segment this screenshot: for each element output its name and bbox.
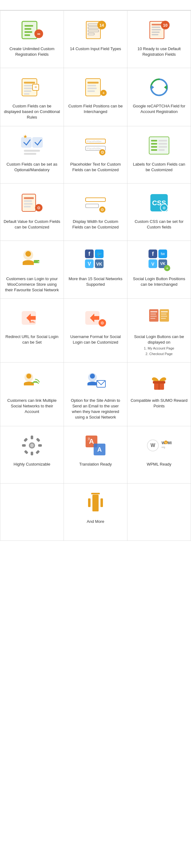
svg-point-116 — [90, 374, 95, 379]
svg-text:∞: ∞ — [37, 31, 40, 36]
feature-label-customizable: Highly Customizable — [13, 462, 51, 467]
feature-cell-and-more-2: And More — [64, 484, 128, 541]
svg-marker-39 — [164, 85, 167, 90]
link-multiple-icon — [20, 369, 44, 394]
svg-point-122 — [30, 443, 34, 447]
svg-rect-25 — [24, 85, 32, 86]
svg-text:®: ® — [165, 441, 167, 444]
svg-rect-112 — [161, 318, 166, 319]
svg-rect-57 — [159, 146, 167, 148]
feature-cell-wpml: W WPML org ® WPML Ready — [128, 426, 191, 484]
feature-label-unlimited-fields: Create Unlimited Custom Registration Fie… — [3, 46, 60, 57]
placeholder-text-icon: Placeholder... Placeholder... ⚙ — [83, 133, 108, 158]
svg-rect-56 — [151, 146, 157, 148]
unlimited-fields-icon: ∞ — [20, 18, 44, 42]
feature-cell-custom-css: CSS ⚙ Custom CSS can be set for Custom f… — [128, 184, 191, 241]
display-width-icon: ⚙ — [83, 190, 108, 215]
svg-point-114 — [26, 374, 31, 379]
svg-rect-128 — [36, 438, 40, 442]
feature-cell-and-more-1 — [0, 484, 64, 541]
svg-text:14: 14 — [100, 23, 104, 28]
feature-cell-unlimited-fields: ∞ Create Unlimited Custom Registration F… — [0, 11, 64, 68]
feature-cell-sumo-reward: Compatible with SUMO Reward Points — [128, 363, 191, 426]
svg-text:Placeholder...: Placeholder... — [87, 140, 104, 143]
svg-rect-67 — [86, 198, 105, 202]
svg-rect-62 — [24, 200, 32, 202]
feature-cell-social-networks: f 🐦 V VK More than 15 Social Networks Su… — [64, 241, 128, 299]
svg-rect-104 — [151, 311, 157, 312]
feature-label-optional-mandatory: Custom Fields can be set as Optional/Man… — [3, 162, 60, 173]
social-login-icon — [20, 248, 44, 272]
svg-rect-105 — [151, 314, 156, 314]
svg-rect-43 — [24, 150, 40, 152]
feature-label-sumo-reward: Compatible with SUMO Reward Points — [131, 398, 188, 409]
redirect-url-icon: URL — [20, 306, 44, 330]
svg-rect-61 — [24, 197, 34, 199]
svg-rect-20 — [152, 34, 159, 35]
feature-cell-default-fields: 10 10 Ready to use Default Registration … — [128, 11, 191, 68]
svg-text:+: + — [102, 90, 105, 95]
feature-label-custom-input-types: 14 Custom Input Field Types — [70, 46, 121, 52]
svg-text:🐦: 🐦 — [97, 252, 102, 257]
feature-cell-customizable: Highly Customizable — [0, 426, 64, 484]
svg-rect-124 — [31, 452, 33, 455]
svg-rect-145 — [88, 498, 90, 507]
feature-label-redirect-url: Redirect URL for Social Login can be Set — [3, 334, 60, 345]
feature-label-conditional-rules: Custom Fields can be displayed based on … — [3, 103, 60, 120]
and-more-icon — [83, 490, 108, 515]
svg-rect-32 — [87, 82, 99, 84]
svg-text:VK: VK — [160, 261, 166, 266]
svg-point-76 — [25, 251, 31, 257]
svg-rect-58 — [151, 149, 157, 151]
empty-icon — [147, 490, 171, 515]
feature-label-social-login-display: Social Login Buttons can be displayed on… — [131, 334, 188, 356]
feature-label-social-networks: More than 15 Social Networks Supported — [67, 276, 124, 287]
svg-rect-129 — [24, 450, 28, 454]
svg-rect-17 — [152, 27, 160, 28]
svg-rect-44 — [24, 153, 36, 155]
svg-text:⚙: ⚙ — [101, 208, 104, 212]
svg-rect-51 — [149, 137, 169, 154]
feature-cell-optional-mandatory: ★ Custom Fields can be set as Optional/M… — [0, 126, 64, 184]
feature-label-social-button-positions: Social Login Button Positions can be Int… — [131, 276, 188, 287]
feature-cell-username-format: ⚙ Username Format for Social Login can b… — [64, 299, 128, 363]
feature-label-email-option: Option for the Site Admin to Send an Ema… — [67, 398, 124, 421]
empty-icon — [20, 490, 44, 515]
svg-marker-79 — [40, 261, 41, 263]
feature-cell-social-login-display: Social Login Buttons can be displayed on… — [128, 299, 191, 363]
svg-rect-144 — [92, 495, 99, 510]
svg-rect-5 — [25, 34, 30, 36]
svg-rect-120 — [159, 381, 160, 390]
svg-text:URL: URL — [29, 320, 35, 323]
feature-cell-placeholder-text: Placeholder... Placeholder... ⚙ Placehol… — [64, 126, 128, 184]
svg-rect-19 — [152, 32, 160, 33]
feature-label-custom-css: Custom CSS can be set for Custom fields — [131, 219, 188, 230]
svg-text:W: W — [151, 443, 155, 448]
social-login-display-icon — [147, 306, 171, 330]
svg-text:≡: ≡ — [34, 85, 37, 90]
feature-cell-custom-input-types: 14 14 Custom Input Field Types — [64, 11, 128, 68]
svg-rect-130 — [36, 450, 40, 454]
svg-rect-63 — [24, 203, 32, 205]
svg-text:tw: tw — [161, 251, 165, 256]
feature-cell-social-login: Customers can Login to your WooCommerce … — [0, 241, 64, 299]
svg-text:org: org — [162, 446, 165, 448]
feature-cell-default-value: ⚙ Default Value for Custom Fields can be… — [0, 184, 64, 241]
translation-icon: A 文 A — [83, 433, 108, 458]
svg-rect-68 — [86, 204, 99, 208]
labels-icon — [147, 133, 171, 158]
feature-cell-conditional-rules: ≡ Custom Fields can be displayed based o… — [0, 68, 64, 126]
svg-rect-123 — [31, 436, 33, 439]
username-format-icon: ⚙ — [83, 306, 108, 330]
conditional-rules-icon: ≡ — [20, 75, 44, 100]
feature-label-display-width: Display Width for Custom Fields can be C… — [67, 219, 124, 230]
features-grid: ∞ Create Unlimited Custom Registration F… — [0, 10, 191, 541]
feature-label-username-format: Username Format for Social Login can be … — [67, 334, 124, 345]
custom-css-icon: CSS ⚙ — [147, 190, 171, 215]
svg-rect-3 — [25, 28, 31, 30]
svg-rect-42 — [32, 137, 43, 147]
svg-rect-125 — [22, 444, 26, 447]
svg-text:f: f — [152, 251, 154, 257]
feature-cell-social-button-positions: f tw V VK + Social Login Button Position… — [128, 241, 191, 299]
svg-rect-111 — [161, 316, 167, 317]
